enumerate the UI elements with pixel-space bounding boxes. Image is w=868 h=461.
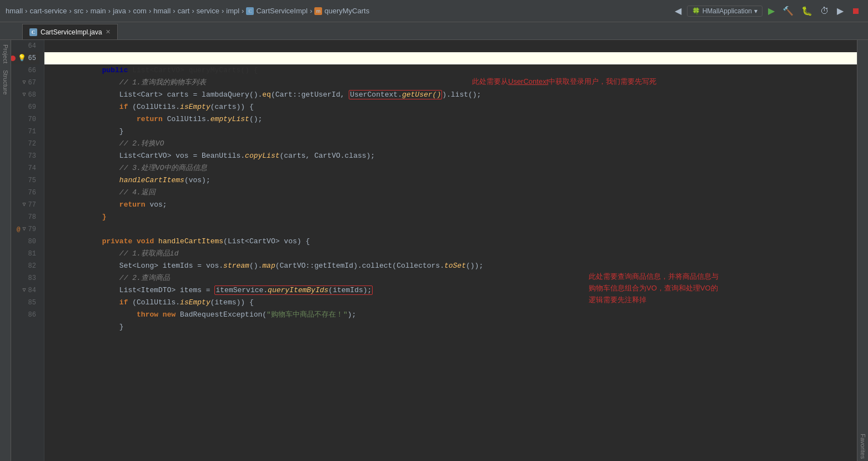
profile-button[interactable]: ⏱ xyxy=(818,5,831,17)
code-line-69: return CollUtils.emptyList(); xyxy=(44,101,857,113)
fold-79[interactable]: ▽ xyxy=(23,223,26,235)
run-button[interactable]: ▶ xyxy=(766,4,777,17)
breakpoint-65[interactable] xyxy=(11,56,16,61)
line-78: 78 xyxy=(11,211,39,223)
tab-bar: C CartServiceImpl.java ✕ xyxy=(0,22,868,40)
line-65: 💡 65 xyxy=(11,52,39,64)
code-line-67: List<Cart> carts = lambdaQuery().eq(Cart… xyxy=(44,77,857,89)
line-84: ▽ 84 xyxy=(11,284,39,297)
line-73: 73 xyxy=(11,150,39,162)
code-line-86: } xyxy=(44,309,857,321)
code-line-64: @Override xyxy=(44,40,857,52)
line-82: 82 xyxy=(11,260,39,272)
app-selector[interactable]: 🍀 HMallApplication ▾ xyxy=(687,6,762,17)
breadcrumb-cart[interactable]: cart xyxy=(178,7,190,15)
code-line-75: // 4.返回 xyxy=(44,174,857,187)
chevron-down-icon: ▾ xyxy=(754,7,757,15)
line-83: 83 xyxy=(11,272,39,284)
line-68: ▽ 68 xyxy=(11,89,39,101)
tab-class-icon: C xyxy=(29,28,37,36)
stop-button[interactable]: ⏹ xyxy=(849,5,862,17)
code-line-73: // 3.处理VO中的商品信息 xyxy=(44,150,857,162)
breadcrumb-class[interactable]: C CartServiceImpl xyxy=(246,7,307,15)
back-button[interactable]: ◀ xyxy=(673,4,684,17)
line-75: 75 xyxy=(11,174,39,187)
code-line-68: if (CollUtils.isEmpty(carts)) { xyxy=(44,89,857,101)
code-editor: 64 💡 65 66 ▽ 67 ▽ 68 69 70 71 72 73 74 7… xyxy=(11,40,857,461)
breadcrumb-cart-service[interactable]: cart-service xyxy=(29,7,67,15)
code-line-77: } xyxy=(44,199,857,211)
breadcrumb-bar: hmall › cart-service › src › main › java… xyxy=(0,0,868,22)
forward-button[interactable]: ▶ xyxy=(835,4,846,17)
line-85: 85 xyxy=(11,297,39,309)
callout-67: 此处需要从UserContext中获取登录用户，我们需要先写死 xyxy=(472,76,656,88)
breadcrumb-impl[interactable]: impl xyxy=(226,7,239,15)
at-sign-79: @ xyxy=(17,223,21,235)
class-icon: C xyxy=(246,7,254,15)
debug-button[interactable]: 🐛 xyxy=(799,4,815,17)
line-70: 70 xyxy=(11,113,39,126)
line-81: 81 xyxy=(11,248,39,260)
code-line-79: private void handleCartItems(List<CartVO… xyxy=(44,223,857,235)
fold-67[interactable]: ▽ xyxy=(23,77,26,89)
code-line-65: public List<CartVO> queryMyCarts() { xyxy=(44,52,857,64)
toolbar-right: ◀ 🍀 HMallApplication ▾ ▶ 🔨 🐛 ⏱ ▶ ⏹ xyxy=(673,4,862,17)
breadcrumb-service[interactable]: service xyxy=(197,7,219,15)
line-71: 71 xyxy=(11,126,39,138)
line-67: ▽ 67 xyxy=(11,77,39,89)
code-line-70: } xyxy=(44,113,857,126)
breadcrumb-java[interactable]: java xyxy=(113,7,126,15)
code-line-85: throw new BadRequestException("购物车中商品不存在… xyxy=(44,297,857,309)
line-numbers: 64 💡 65 66 ▽ 67 ▽ 68 69 70 71 72 73 74 7… xyxy=(11,40,44,461)
tab-cartserviceimpl[interactable]: C CartServiceImpl.java ✕ xyxy=(22,24,118,39)
line-80: 80 xyxy=(11,235,39,248)
breadcrumb-method[interactable]: m queryMyCarts xyxy=(314,7,369,15)
warning-bulb-65: 💡 xyxy=(18,52,26,64)
app-selector-label: HMallApplication xyxy=(703,7,752,15)
main-layout: Project Structure 64 💡 65 66 ▽ 67 ▽ 68 6… xyxy=(0,40,868,461)
line-64: 64 xyxy=(11,40,39,52)
code-line-81: Set<Long> itemIds = vos.stream().map(Car… xyxy=(44,248,857,260)
left-sidebar: Project Structure xyxy=(0,40,11,461)
line-74: 74 xyxy=(11,162,39,174)
fold-68[interactable]: ▽ xyxy=(23,89,26,101)
sidebar-structure[interactable]: Structure xyxy=(1,68,10,97)
code-line-71: // 2.转换VO xyxy=(44,126,857,138)
breadcrumb-com[interactable]: com xyxy=(133,7,147,15)
code-line-84: if (CollUtils.isEmpty(items)) { xyxy=(44,284,857,297)
breadcrumb-hmall2[interactable]: hmall xyxy=(153,7,170,15)
app-icon: 🍀 xyxy=(692,7,700,15)
code-line-74: handleCartItems(vos); xyxy=(44,162,857,174)
code-line-66: // 1.查询我的购物车列表 xyxy=(44,64,857,77)
tab-label: CartServiceImpl.java xyxy=(41,28,102,36)
line-77: ▽ 77 xyxy=(11,199,39,211)
breadcrumb-main[interactable]: main xyxy=(91,7,106,15)
favorites-label[interactable]: Favorites xyxy=(859,432,867,461)
fold-84[interactable]: ▽ xyxy=(23,284,26,297)
right-sidebar: Favorites xyxy=(857,40,868,461)
line-69: 69 xyxy=(11,101,39,113)
line-76: 76 xyxy=(11,187,39,199)
line-86: 86 xyxy=(11,309,39,321)
fold-77[interactable]: ▽ xyxy=(23,199,26,211)
breadcrumb-src[interactable]: src xyxy=(74,7,83,15)
sidebar-project[interactable]: Project xyxy=(1,42,10,66)
line-66: 66 xyxy=(11,64,39,77)
code-line-80: // 1.获取商品id xyxy=(44,235,857,248)
code-line-83: List<ItemDTO> items = itemService.queryI… xyxy=(44,272,857,284)
breadcrumb-hmall[interactable]: hmall xyxy=(6,7,23,15)
code-content[interactable]: @Override public List<CartVO> queryMyCar… xyxy=(44,40,857,461)
line-79: @ ▽ 79 xyxy=(11,223,39,235)
method-icon: m xyxy=(314,7,322,15)
tab-close-button[interactable]: ✕ xyxy=(106,28,111,36)
build-button[interactable]: 🔨 xyxy=(780,4,796,17)
code-line-78 xyxy=(44,211,857,223)
code-line-72: List<CartVO> vos = BeanUtils.copyList(ca… xyxy=(44,138,857,150)
code-line-82: // 2.查询商品 xyxy=(44,260,857,272)
line-72: 72 xyxy=(11,138,39,150)
code-line-76: return vos; xyxy=(44,187,857,199)
